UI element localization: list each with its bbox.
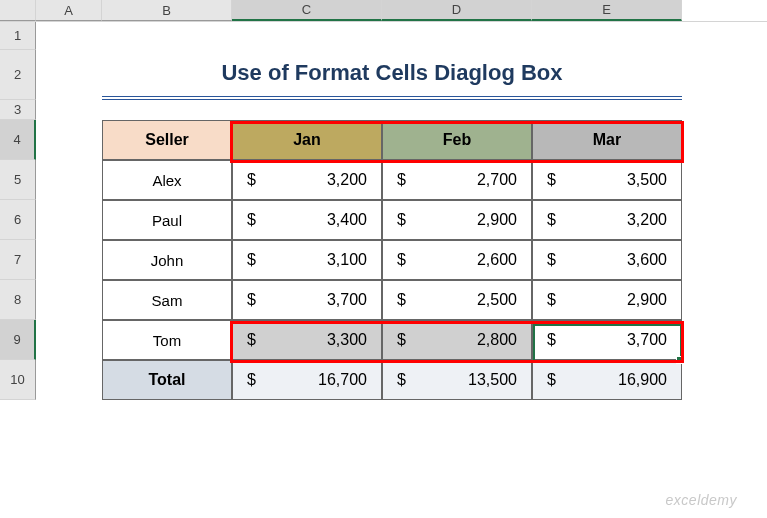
row-header-3[interactable]: 3 (0, 100, 36, 120)
row-2: 2 Use of Format Cells Diaglog Box (0, 50, 767, 100)
currency-symbol: $ (547, 251, 556, 269)
cell-mar-1[interactable]: $3,200 (532, 200, 682, 240)
col-header-B[interactable]: B (102, 0, 232, 21)
cell-feb-3[interactable]: $2,500 (382, 280, 532, 320)
cell-mar-0[interactable]: $3,500 (532, 160, 682, 200)
col-header-A[interactable]: A (36, 0, 102, 21)
row-header-2[interactable]: 2 (0, 50, 36, 100)
value: 3,200 (327, 171, 367, 189)
total-mar[interactable]: $16,900 (532, 360, 682, 400)
row-header-5[interactable]: 5 (0, 160, 36, 200)
currency-symbol: $ (547, 171, 556, 189)
currency-symbol: $ (247, 371, 256, 389)
value: 2,900 (477, 211, 517, 229)
cell-mar-3[interactable]: $2,900 (532, 280, 682, 320)
cell-A3[interactable] (36, 100, 102, 120)
col-header-E[interactable]: E (532, 0, 682, 21)
row-header-8[interactable]: 8 (0, 280, 36, 320)
currency-symbol: $ (397, 251, 406, 269)
cell-feb-0[interactable]: $2,700 (382, 160, 532, 200)
cell-jan-0[interactable]: $3,200 (232, 160, 382, 200)
cell-A4[interactable] (36, 120, 102, 160)
currency-symbol: $ (247, 251, 256, 269)
row-header-7[interactable]: 7 (0, 240, 36, 280)
row-7: 7 John $3,100 $2,600 $3,600 (0, 240, 767, 280)
currency-symbol: $ (397, 171, 406, 189)
row-10: 10 Total $16,700 $13,500 $16,900 (0, 360, 767, 400)
cell-feb-2[interactable]: $2,600 (382, 240, 532, 280)
currency-symbol: $ (397, 211, 406, 229)
seller-name-2[interactable]: John (102, 240, 232, 280)
cell-jan-4[interactable]: $3,300 (232, 320, 382, 360)
cell-range-B3E3[interactable] (102, 100, 682, 120)
cell-mar-4[interactable]: $3,700 (532, 320, 682, 360)
watermark: exceldemy (666, 492, 737, 508)
header-jan[interactable]: Jan (232, 120, 382, 160)
currency-symbol: $ (397, 331, 406, 349)
value: 16,700 (318, 371, 367, 389)
currency-symbol: $ (547, 331, 556, 349)
col-header-D[interactable]: D (382, 0, 532, 21)
cell-mar-2[interactable]: $3,600 (532, 240, 682, 280)
value: 3,700 (627, 331, 667, 349)
cell-A9[interactable] (36, 320, 102, 360)
cell-jan-3[interactable]: $3,700 (232, 280, 382, 320)
value: 2,900 (627, 291, 667, 309)
currency-symbol: $ (547, 211, 556, 229)
row-1: 1 (0, 22, 767, 50)
row-3: 3 (0, 100, 767, 120)
cell-feb-1[interactable]: $2,900 (382, 200, 532, 240)
row-9: 9 Tom $3,300 $2,800 $3,700 (0, 320, 767, 360)
currency-symbol: $ (247, 331, 256, 349)
seller-name-1[interactable]: Paul (102, 200, 232, 240)
row-header-1[interactable]: 1 (0, 22, 36, 50)
cell-A1[interactable] (36, 22, 102, 50)
value: 3,600 (627, 251, 667, 269)
col-header-C[interactable]: C (232, 0, 382, 21)
currency-symbol: $ (397, 291, 406, 309)
value: 2,800 (477, 331, 517, 349)
cell-range-B1E1[interactable] (102, 22, 682, 50)
value: 3,100 (327, 251, 367, 269)
row-header-4[interactable]: 4 (0, 120, 36, 160)
value: 2,700 (477, 171, 517, 189)
value: 3,700 (327, 291, 367, 309)
value: 13,500 (468, 371, 517, 389)
seller-name-0[interactable]: Alex (102, 160, 232, 200)
value: 3,200 (627, 211, 667, 229)
row-4: 4 Seller Jan Feb Mar (0, 120, 767, 160)
seller-name-3[interactable]: Sam (102, 280, 232, 320)
cell-A8[interactable] (36, 280, 102, 320)
spreadsheet: A B C D E 1 2 Use of Format Cells Diaglo… (0, 0, 767, 518)
title-cell[interactable]: Use of Format Cells Diaglog Box (102, 50, 682, 100)
row-5: 5 Alex $3,200 $2,700 $3,500 (0, 160, 767, 200)
total-jan[interactable]: $16,700 (232, 360, 382, 400)
cell-A2[interactable] (36, 50, 102, 100)
cell-jan-1[interactable]: $3,400 (232, 200, 382, 240)
header-feb[interactable]: Feb (382, 120, 532, 160)
seller-name-4[interactable]: Tom (102, 320, 232, 360)
currency-symbol: $ (547, 291, 556, 309)
currency-symbol: $ (397, 371, 406, 389)
value: 16,900 (618, 371, 667, 389)
total-feb[interactable]: $13,500 (382, 360, 532, 400)
value: 2,500 (477, 291, 517, 309)
cell-feb-4[interactable]: $2,800 (382, 320, 532, 360)
currency-symbol: $ (247, 291, 256, 309)
cell-A5[interactable] (36, 160, 102, 200)
row-header-6[interactable]: 6 (0, 200, 36, 240)
select-all-corner[interactable] (0, 0, 36, 21)
cell-A7[interactable] (36, 240, 102, 280)
cell-A6[interactable] (36, 200, 102, 240)
row-header-9[interactable]: 9 (0, 320, 36, 360)
value: 2,600 (477, 251, 517, 269)
cell-jan-2[interactable]: $3,100 (232, 240, 382, 280)
cell-A10[interactable] (36, 360, 102, 400)
value: 3,300 (327, 331, 367, 349)
value: 3,400 (327, 211, 367, 229)
header-mar[interactable]: Mar (532, 120, 682, 160)
header-seller[interactable]: Seller (102, 120, 232, 160)
row-8: 8 Sam $3,700 $2,500 $2,900 (0, 280, 767, 320)
row-header-10[interactable]: 10 (0, 360, 36, 400)
total-label[interactable]: Total (102, 360, 232, 400)
